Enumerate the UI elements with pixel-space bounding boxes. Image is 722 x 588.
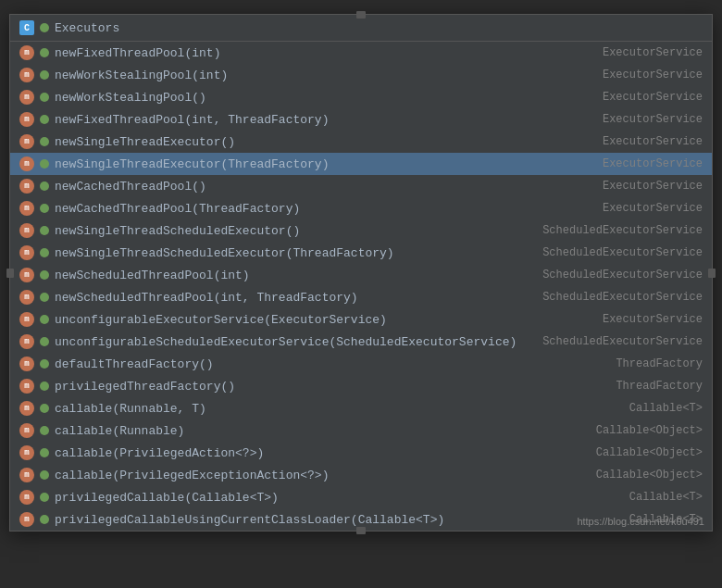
method-name: newCachedThreadPool()	[55, 180, 597, 194]
method-icon: m	[19, 334, 34, 349]
list-item[interactable]: mcallable(PrivilegedExceptionAction<?>)C…	[10, 464, 712, 486]
list-item[interactable]: mnewWorkStealingPool()ExecutorService	[10, 86, 712, 108]
method-icon: m	[19, 245, 34, 260]
resize-handle-bottom[interactable]	[356, 527, 366, 534]
visibility-dot	[40, 48, 49, 57]
method-name: callable(PrivilegedExceptionAction<?>)	[55, 469, 591, 482]
method-name: callable(Runnable)	[55, 424, 591, 438]
method-icon: m	[19, 312, 34, 327]
visibility-dot	[40, 93, 49, 102]
method-name: newScheduledThreadPool(int, ThreadFactor…	[55, 291, 537, 305]
visibility-dot	[40, 426, 49, 435]
resize-handle-left[interactable]	[6, 269, 14, 278]
method-name: newScheduledThreadPool(int)	[55, 269, 537, 282]
list-item[interactable]: mprivilegedCallable(Callable<T>)Callable…	[10, 486, 712, 508]
method-icon: m	[19, 379, 34, 394]
return-type: ExecutorService	[603, 46, 703, 59]
list-item[interactable]: mnewCachedThreadPool()ExecutorService	[10, 175, 712, 197]
resize-handle-top[interactable]	[356, 11, 366, 19]
return-type: ExecutorService	[603, 113, 703, 126]
visibility-dot	[40, 293, 49, 302]
return-type: ExecutorService	[603, 157, 703, 170]
return-type: ExecutorService	[603, 180, 703, 193]
method-name: newFixedThreadPool(int, ThreadFactory)	[55, 113, 597, 127]
popup-title: Executors	[55, 21, 119, 35]
class-icon: C	[19, 20, 34, 35]
method-icon: m	[19, 423, 34, 438]
return-type: Callable<T>	[629, 491, 703, 504]
method-name: callable(Runnable, T)	[55, 402, 624, 416]
method-icon: m	[19, 45, 34, 60]
method-icon: m	[19, 468, 34, 482]
method-name: callable(PrivilegedAction<?>)	[55, 446, 591, 460]
method-icon: m	[19, 401, 34, 416]
visibility-dot	[40, 270, 49, 280]
return-type: ScheduledExecutorService	[542, 224, 703, 237]
visibility-dot	[40, 159, 49, 169]
method-icon: m	[19, 490, 34, 505]
method-icon: m	[19, 112, 34, 127]
list-item[interactable]: mnewFixedThreadPool(int, ThreadFactory)E…	[10, 108, 712, 131]
visibility-dot	[40, 70, 49, 80]
list-item[interactable]: mprivilegedThreadFactory()ThreadFactory	[10, 375, 712, 397]
visibility-dot	[40, 337, 49, 346]
return-type: ScheduledExecutorService	[542, 269, 703, 281]
method-name: newWorkStealingPool(int)	[55, 69, 597, 82]
list-item[interactable]: mdefaultThreadFactory()ThreadFactory	[10, 353, 712, 375]
method-name: privilegedCallable(Callable<T>)	[55, 491, 624, 505]
method-icon: m	[19, 156, 34, 171]
items-list[interactable]: mnewFixedThreadPool(int)ExecutorServicem…	[10, 42, 712, 531]
method-name: newWorkStealingPool()	[55, 91, 597, 105]
list-item[interactable]: mcallable(Runnable, T)Callable<T>	[10, 397, 712, 419]
return-type: Callable<T>	[629, 402, 703, 415]
method-icon: m	[19, 357, 34, 371]
method-name: newSingleThreadExecutor()	[55, 135, 597, 149]
return-type: Callable<Object>	[596, 446, 703, 459]
return-type: ExecutorService	[603, 202, 703, 215]
return-type: ExecutorService	[603, 69, 703, 81]
method-icon: m	[19, 90, 34, 105]
method-icon: m	[19, 445, 34, 460]
visibility-dot	[40, 315, 49, 324]
return-type: ThreadFactory	[616, 357, 703, 370]
return-type: Callable<Object>	[596, 424, 703, 437]
list-item[interactable]: mcallable(PrivilegedAction<?>)Callable<O…	[10, 442, 712, 464]
list-item[interactable]: mnewScheduledThreadPool(int)ScheduledExe…	[10, 264, 712, 286]
method-name: defaultThreadFactory()	[55, 357, 610, 371]
method-icon: m	[19, 179, 34, 194]
visibility-dot	[40, 204, 49, 213]
list-item[interactable]: mnewFixedThreadPool(int)ExecutorService	[10, 42, 712, 64]
visibility-dot	[40, 359, 49, 369]
list-item[interactable]: mnewWorkStealingPool(int)ExecutorService	[10, 64, 712, 86]
list-item[interactable]: munconfigurableScheduledExecutorService(…	[10, 331, 712, 353]
resize-handle-right[interactable]	[708, 269, 716, 278]
list-item[interactable]: mnewSingleThreadExecutor(ThreadFactory)E…	[10, 153, 712, 175]
method-name: privilegedCallableUsingCurrentClassLoade…	[55, 513, 624, 527]
watermark: https://blog.csdn.net/k0u491	[577, 516, 704, 527]
return-type: ExecutorService	[603, 135, 703, 148]
list-item[interactable]: mnewSingleThreadExecutor()ExecutorServic…	[10, 131, 712, 153]
list-item[interactable]: mnewSingleThreadScheduledExecutor(Thread…	[10, 242, 712, 264]
visibility-dot	[40, 137, 49, 146]
visibility-dot	[40, 23, 49, 32]
return-type: ScheduledExecutorService	[542, 291, 703, 304]
method-icon: m	[19, 223, 34, 238]
method-icon: m	[19, 512, 34, 527]
method-icon: m	[19, 290, 34, 305]
method-name: newCachedThreadPool(ThreadFactory)	[55, 202, 597, 216]
return-type: ScheduledExecutorService	[542, 246, 703, 259]
list-item[interactable]: munconfigurableExecutorService(ExecutorS…	[10, 308, 712, 331]
method-name: unconfigurableScheduledExecutorService(S…	[55, 335, 537, 349]
return-type: ExecutorService	[603, 313, 703, 326]
list-item[interactable]: mnewSingleThreadScheduledExecutor()Sched…	[10, 219, 712, 242]
list-item[interactable]: mcallable(Runnable)Callable<Object>	[10, 419, 712, 442]
visibility-dot	[40, 404, 49, 413]
list-item[interactable]: mnewScheduledThreadPool(int, ThreadFacto…	[10, 286, 712, 308]
visibility-dot	[40, 181, 49, 191]
method-name: unconfigurableExecutorService(ExecutorSe…	[55, 313, 597, 327]
list-item[interactable]: mnewCachedThreadPool(ThreadFactory)Execu…	[10, 197, 712, 219]
method-name: privilegedThreadFactory()	[55, 380, 610, 394]
visibility-dot	[40, 226, 49, 235]
return-type: ThreadFactory	[616, 380, 703, 393]
method-icon: m	[19, 268, 34, 282]
